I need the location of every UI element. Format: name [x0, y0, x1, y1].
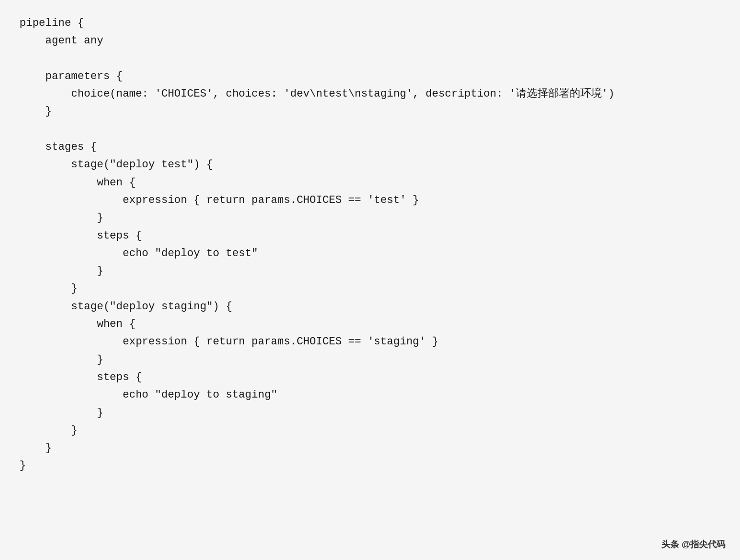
- code-container: pipeline { agent any parameters { choice…: [0, 0, 740, 560]
- watermark: 头条 @指尖代码: [661, 539, 725, 550]
- code-block: pipeline { agent any parameters { choice…: [20, 15, 720, 475]
